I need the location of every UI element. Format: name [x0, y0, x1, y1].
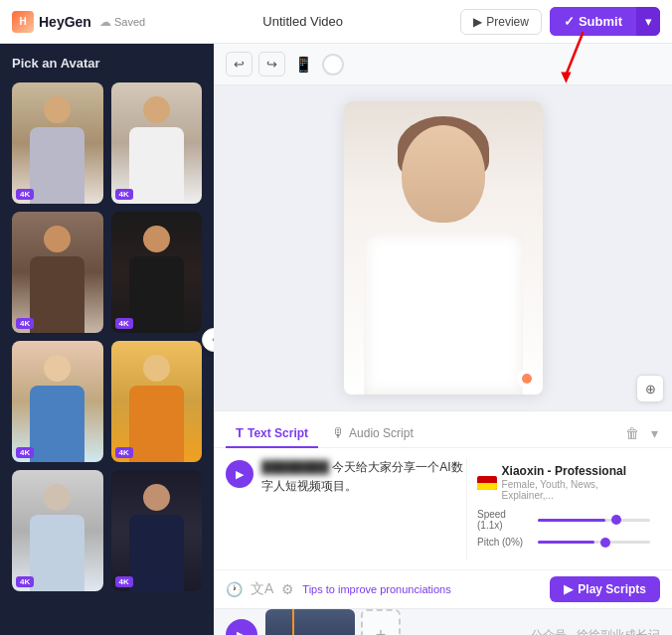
- avatar-card-2[interactable]: 4K: [111, 82, 203, 204]
- background-color-picker[interactable]: [322, 54, 344, 76]
- delete-script-button[interactable]: 🗑: [623, 423, 641, 443]
- sidebar-toggle[interactable]: ‹: [202, 328, 214, 352]
- speed-control-row: Speed (1.1x): [477, 509, 650, 531]
- canvas-stage: ⊕: [214, 85, 672, 410]
- badge-6: 4K: [115, 447, 133, 458]
- figure-3: [12, 212, 103, 333]
- badge-2: 4K: [115, 189, 133, 200]
- avatar-body: [364, 234, 523, 395]
- speed-thumb: [611, 515, 621, 525]
- figure-4: [111, 212, 203, 333]
- saved-label: Saved: [114, 16, 145, 28]
- pitch-slider[interactable]: [538, 541, 650, 544]
- avatar-card-5[interactable]: 4K: [12, 341, 103, 462]
- play-scripts-label: Play Scripts: [578, 582, 646, 596]
- text-script-tab[interactable]: T Text Script: [226, 419, 318, 448]
- saved-badge: ☁ Saved: [99, 15, 145, 29]
- canvas-area: ↩ ↪ 📱 ⊕: [214, 44, 672, 635]
- body-8: [129, 515, 184, 591]
- expand-script-button[interactable]: ▾: [649, 423, 660, 443]
- avatar-card-4[interactable]: 4K: [111, 212, 203, 333]
- figure-1: [12, 82, 103, 204]
- timeline-marker: [292, 609, 294, 635]
- device-button[interactable]: 📱: [291, 53, 316, 77]
- add-clip-button[interactable]: +: [361, 609, 401, 635]
- avatar-grid: 4K 4K 4K: [12, 82, 202, 591]
- text-script-label: Text Script: [248, 426, 308, 440]
- voice-info: Xiaoxin - Professional Female, Youth, Ne…: [502, 464, 650, 501]
- avatar-img-1: [12, 82, 103, 204]
- avatar-img-2: [111, 82, 203, 204]
- script-play-button[interactable]: ▶: [226, 460, 253, 488]
- avatar-img-8: [111, 470, 203, 591]
- avatar-img-3: [12, 212, 103, 333]
- zoom-button[interactable]: ⊕: [636, 375, 664, 402]
- speed-track: [538, 519, 605, 522]
- pitch-thumb: [600, 538, 610, 548]
- avatar-card-1[interactable]: 4K: [12, 82, 103, 204]
- submit-label: Submit: [579, 14, 622, 29]
- play-scripts-button[interactable]: ▶ Play Scripts: [550, 576, 660, 602]
- video-avatar: [344, 101, 543, 395]
- play-scripts-icon: ▶: [564, 582, 573, 596]
- sidebar-title: Pick an Avatar: [12, 56, 202, 71]
- clock-icon: 🕐: [226, 581, 243, 597]
- redo-button[interactable]: ↪: [258, 52, 285, 77]
- script-text-area[interactable]: ████████ 今天给大家分享一个AI数字人短视频项目。: [261, 458, 466, 496]
- head-5: [44, 355, 71, 382]
- submit-chevron-button[interactable]: ▾: [636, 7, 660, 36]
- audio-script-tab[interactable]: 🎙 Audio Script: [322, 419, 423, 448]
- avatar-img-5: [12, 341, 103, 462]
- voice-name: Xiaoxin - Professional: [502, 464, 650, 478]
- voice-header: Xiaoxin - Professional Female, Youth, Ne…: [477, 464, 650, 501]
- timeline-clip-1[interactable]: 6.0s: [265, 609, 355, 635]
- undo-button[interactable]: ↩: [226, 52, 252, 77]
- avatar-card-3[interactable]: 4K: [12, 212, 103, 333]
- speed-slider[interactable]: [538, 519, 650, 522]
- watermark-text: 公众号 · 徐徐副业成长记: [531, 627, 660, 636]
- settings-icon: ⚙: [281, 581, 294, 597]
- avatar-card-8[interactable]: 4K: [111, 470, 203, 591]
- nav-left: H HeyGen ☁ Saved: [12, 11, 145, 33]
- body-4: [129, 256, 184, 333]
- avatar-card-6[interactable]: 4K: [111, 341, 203, 462]
- body-6: [129, 386, 184, 462]
- speed-label: Speed (1.1x): [477, 509, 532, 531]
- body-7: [30, 515, 84, 591]
- voice-controls: Speed (1.1x) Pitch (0%): [477, 509, 650, 548]
- body-5: [30, 386, 84, 462]
- body-2: [129, 127, 184, 204]
- avatar-card-7[interactable]: 4K: [12, 470, 103, 591]
- china-flag-icon: [477, 476, 497, 490]
- nav-right: ▶ Preview ✓ Submit ▾: [460, 7, 660, 36]
- pitch-track: [538, 541, 594, 544]
- timeline-track: 6.0s +: [265, 609, 523, 635]
- badge-4: 4K: [115, 318, 133, 329]
- preview-play-icon: ▶: [473, 15, 482, 29]
- logo-text: HeyGen: [39, 14, 91, 30]
- canvas-toolbar: ↩ ↪ 📱: [214, 44, 672, 85]
- script-content: ▶ ████████ 今天给大家分享一个AI数字人短视频项目。 Xiaoxin …: [214, 448, 672, 569]
- cloud-icon: ☁: [99, 15, 111, 29]
- timeline-bar: ▶ 6.0s + 公众号 · 徐徐副业成长记: [214, 608, 672, 635]
- avatar-img-4: [111, 212, 203, 333]
- preview-button[interactable]: ▶ Preview: [460, 9, 542, 35]
- timeline-play-button[interactable]: ▶: [226, 619, 257, 635]
- script-panel: T Text Script 🎙 Audio Script 🗑 ▾ ▶ █████: [214, 410, 672, 608]
- tips-text[interactable]: Tips to improve pronunciations: [302, 583, 450, 595]
- figure-6: [111, 341, 203, 462]
- badge-7: 4K: [16, 576, 34, 587]
- video-frame: [344, 101, 543, 395]
- badge-1: 4K: [16, 189, 34, 200]
- clip-thumb: [265, 609, 355, 635]
- pitch-control-row: Pitch (0%): [477, 537, 650, 548]
- video-title: Untitled Video: [262, 14, 343, 29]
- audio-tab-icon: 🎙: [332, 425, 345, 440]
- avatar-sidebar: Pick an Avatar 4K: [0, 44, 214, 635]
- body-1: [30, 127, 84, 204]
- voice-panel: Xiaoxin - Professional Female, Youth, Ne…: [466, 458, 660, 559]
- heygen-watermark: [517, 369, 537, 389]
- submit-button[interactable]: ✓ Submit: [550, 7, 636, 36]
- submit-btn-group: ✓ Submit ▾: [550, 7, 660, 36]
- svg-point-2: [522, 374, 532, 384]
